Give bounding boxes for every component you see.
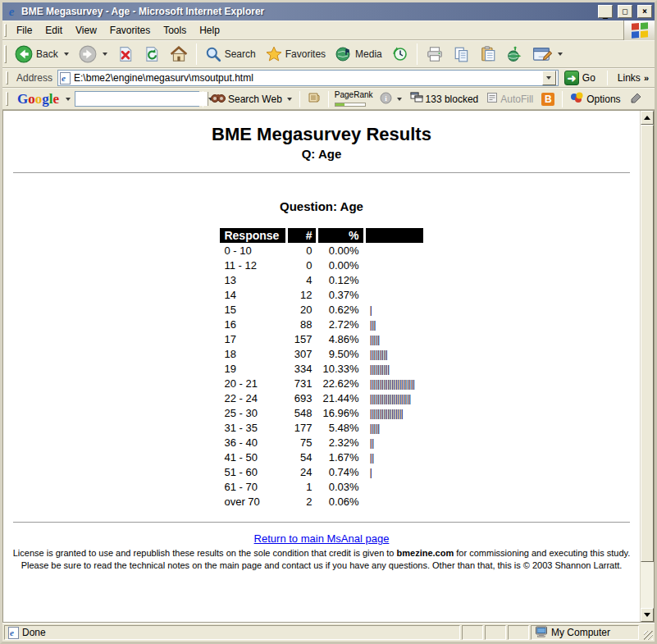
bar-cell xyxy=(366,274,423,287)
scroll-down-button[interactable] xyxy=(641,608,654,622)
status-pane: e Done xyxy=(4,625,460,640)
response-cell: 25 - 30 xyxy=(220,407,285,420)
google-search-box xyxy=(75,91,199,107)
refresh-button[interactable] xyxy=(139,43,165,66)
resize-grip[interactable] xyxy=(641,625,653,640)
response-cell: 17 xyxy=(220,333,285,346)
popup-blocker-button[interactable]: 133 blocked xyxy=(406,89,483,108)
table-row: 20 - 2173122.62%||||||||||||||||||||||| xyxy=(220,377,422,391)
search-web-button[interactable]: Search Web xyxy=(207,89,296,108)
binoculars-icon xyxy=(211,92,226,106)
toolbar-separator xyxy=(562,91,563,107)
percent-cell: 0.00% xyxy=(318,259,363,272)
options-icon xyxy=(570,92,584,106)
menu-bar: File Edit View Favorites Tools Help xyxy=(2,21,655,40)
highlighter-button[interactable] xyxy=(625,89,646,109)
menu-tools[interactable]: Tools xyxy=(157,22,193,39)
google-dropdown-icon xyxy=(66,98,71,101)
response-cell: 15 xyxy=(220,304,285,317)
news-button[interactable] xyxy=(303,89,325,108)
response-cell: 0 - 10 xyxy=(220,244,285,258)
page-status-icon: e xyxy=(8,627,19,639)
bar-cell xyxy=(366,481,423,494)
menu-favorites[interactable]: Favorites xyxy=(103,22,157,39)
toolbar-grip[interactable] xyxy=(6,92,8,107)
minimize-button[interactable]: _ xyxy=(598,5,613,18)
favorites-button[interactable]: Favorites xyxy=(261,43,331,66)
percent-cell: 21.44% xyxy=(318,392,363,405)
history-button[interactable] xyxy=(387,43,413,66)
scroll-up-button[interactable] xyxy=(641,111,654,125)
home-button[interactable] xyxy=(165,43,193,66)
page-info-button[interactable]: i xyxy=(376,89,406,109)
back-dropdown-icon xyxy=(64,53,69,56)
address-input[interactable]: e E:\bme2\engine\megasurv\msoutput.html xyxy=(57,70,559,86)
status-pane-empty xyxy=(485,625,506,640)
paste-button[interactable] xyxy=(475,43,501,66)
print-button[interactable] xyxy=(421,43,449,66)
return-link[interactable]: Return to main MsAnal page xyxy=(254,532,390,545)
menu-edit[interactable]: Edit xyxy=(39,22,69,39)
toolbar-grip[interactable] xyxy=(6,71,8,84)
forward-button[interactable] xyxy=(74,42,112,66)
pagerank-label: PageRank xyxy=(335,91,373,99)
response-cell: 51 - 60 xyxy=(220,466,285,479)
percent-cell: 0.37% xyxy=(318,289,363,302)
response-cell: 36 - 40 xyxy=(220,436,285,450)
search-button[interactable]: Search xyxy=(200,43,261,66)
media-button[interactable]: Media xyxy=(331,43,387,66)
autofill-button[interactable]: AutoFill xyxy=(482,89,537,108)
search-web-dropdown-icon xyxy=(287,98,292,101)
pagerank-indicator[interactable]: PageRank xyxy=(332,89,376,108)
scrollbar-thumb[interactable] xyxy=(641,125,654,562)
links-label[interactable]: Links xyxy=(618,72,641,84)
address-dropdown-button[interactable] xyxy=(542,71,556,85)
count-cell: 693 xyxy=(288,392,316,405)
response-cell: 31 - 35 xyxy=(220,422,285,435)
toolbar-grip[interactable] xyxy=(4,24,7,36)
count-cell: 0 xyxy=(288,259,316,272)
maximize-button[interactable]: □ xyxy=(618,5,632,18)
bar-cell: ||| xyxy=(366,318,423,331)
page-viewport: BME Megasurvey Results Q: Age Question: … xyxy=(2,110,655,623)
autofill-icon xyxy=(486,92,498,106)
percent-cell: 5.48% xyxy=(318,422,363,435)
copy-button[interactable] xyxy=(449,43,475,66)
count-cell: 20 xyxy=(288,304,316,317)
back-label: Back xyxy=(36,48,58,60)
blogger-button[interactable]: B xyxy=(537,90,559,108)
percent-cell: 0.00% xyxy=(318,244,363,258)
divider-bottom xyxy=(13,522,630,523)
favorites-label: Favorites xyxy=(285,48,326,60)
table-row: 22 - 2469321.44%||||||||||||||||||||| xyxy=(220,392,422,405)
google-logo-button[interactable]: Google xyxy=(11,89,75,110)
google-search-input[interactable] xyxy=(75,92,208,106)
toolbar-grip[interactable] xyxy=(4,45,7,63)
vertical-scrollbar[interactable] xyxy=(640,111,654,622)
toolbar-separator xyxy=(299,91,300,107)
response-cell: 18 xyxy=(220,348,285,361)
menu-help[interactable]: Help xyxy=(193,22,226,39)
close-button[interactable]: × xyxy=(637,5,652,18)
count-cell: 12 xyxy=(288,289,316,302)
arrow-up-icon xyxy=(644,116,650,120)
percent-cell: 2.32% xyxy=(318,436,363,450)
table-row: 25 - 3054816.96%||||||||||||||||| xyxy=(220,407,422,420)
publish-button[interactable] xyxy=(501,43,527,66)
stop-button[interactable] xyxy=(112,43,139,66)
menu-view[interactable]: View xyxy=(69,22,103,39)
go-button[interactable]: ➜ Go xyxy=(561,69,601,87)
table-header-row: Response # % xyxy=(220,228,422,243)
edit-button[interactable] xyxy=(527,43,568,66)
back-button[interactable]: Back xyxy=(10,42,74,66)
options-button[interactable]: Options xyxy=(566,89,624,108)
count-cell: 2 xyxy=(288,496,316,509)
status-pane-empty xyxy=(508,625,529,640)
links-chevron-icon[interactable]: » xyxy=(644,73,648,83)
table-row: 41 - 50541.67%|| xyxy=(220,451,422,464)
response-cell: 22 - 24 xyxy=(220,392,285,405)
search-label: Search xyxy=(225,48,256,60)
count-cell: 157 xyxy=(288,333,316,346)
menu-file[interactable]: File xyxy=(10,22,39,39)
status-text: Done xyxy=(22,627,46,638)
